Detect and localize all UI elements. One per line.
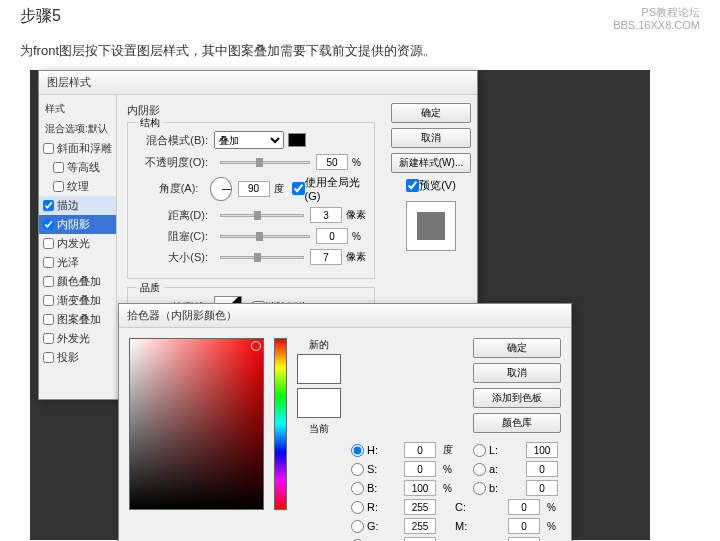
sidebar-item-4[interactable]: 内阴影	[39, 215, 116, 234]
b-input[interactable]	[404, 480, 436, 496]
ok-button[interactable]: 确定	[391, 103, 471, 123]
sidebar-item-checkbox-9[interactable]	[43, 314, 54, 325]
b2-radio[interactable]	[473, 482, 486, 495]
choke-input[interactable]	[316, 228, 348, 244]
step-description: 为front图层按下设置图层样式，其中图案叠加需要下载前文提供的资源。	[0, 32, 720, 70]
cp-cancel-button[interactable]: 取消	[473, 363, 561, 383]
section-title: 内阴影	[127, 103, 375, 118]
r-input[interactable]	[404, 499, 436, 515]
global-light-checkbox[interactable]	[292, 182, 305, 195]
angle-dial[interactable]	[210, 177, 231, 201]
opacity-input[interactable]	[316, 154, 348, 170]
sidebar-item-label-10: 外发光	[57, 331, 90, 346]
sidebar-item-0[interactable]: 斜面和浮雕	[39, 139, 116, 158]
sidebar-item-label-1: 等高线	[67, 160, 100, 175]
color-picker-dialog: 拾色器（内阴影颜色） 新的 当前 确定 取消 添加到色板 颜色库 H:度 L:	[118, 303, 572, 541]
layer-style-sidebar: 样式 混合选项:默认 斜面和浮雕等高线纹理描边内阴影内发光光泽颜色叠加渐变叠加图…	[39, 95, 117, 399]
add-swatch-button[interactable]: 添加到色板	[473, 388, 561, 408]
sidebar-item-checkbox-1[interactable]	[53, 162, 64, 173]
color-libs-button[interactable]: 颜色库	[473, 413, 561, 433]
sidebar-item-label-6: 光泽	[57, 255, 79, 270]
sidebar-item-10[interactable]: 外发光	[39, 329, 116, 348]
sidebar-item-2[interactable]: 纹理	[39, 177, 116, 196]
a-input[interactable]	[526, 461, 558, 477]
sidebar-item-label-7: 颜色叠加	[57, 274, 101, 289]
blend-mode-select[interactable]: 叠加	[214, 131, 284, 149]
sidebar-item-checkbox-4[interactable]	[43, 219, 54, 230]
sidebar-item-label-2: 纹理	[67, 179, 89, 194]
new-color-swatch	[297, 354, 341, 384]
size-unit: 像素	[346, 250, 366, 264]
sidebar-item-1[interactable]: 等高线	[39, 158, 116, 177]
cp-ok-button[interactable]: 确定	[473, 338, 561, 358]
sidebar-item-label-5: 内发光	[57, 236, 90, 251]
c-input[interactable]	[508, 499, 540, 515]
sidebar-item-label-9: 图案叠加	[57, 312, 101, 327]
step-title: 步骤5	[20, 6, 61, 32]
m-input[interactable]	[508, 518, 540, 534]
s-input[interactable]	[404, 461, 436, 477]
preview-box	[406, 201, 456, 251]
new-color-label: 新的	[297, 338, 341, 352]
h-input[interactable]	[404, 442, 436, 458]
group-structure-label: 结构	[136, 116, 164, 130]
bb-input[interactable]	[404, 537, 436, 541]
sidebar-item-checkbox-0[interactable]	[43, 143, 54, 154]
sidebar-item-checkbox-11[interactable]	[43, 352, 54, 363]
color-picker-titlebar[interactable]: 拾色器（内阴影颜色）	[119, 304, 571, 328]
sidebar-item-11[interactable]: 投影	[39, 348, 116, 367]
choke-slider[interactable]	[220, 235, 310, 238]
choke-unit: %	[352, 231, 361, 242]
sidebar-item-checkbox-2[interactable]	[53, 181, 64, 192]
l-radio[interactable]	[473, 444, 486, 457]
sidebar-header-styles[interactable]: 样式	[39, 99, 116, 119]
sidebar-item-8[interactable]: 渐变叠加	[39, 291, 116, 310]
watermark-line2: BBS.16XX8.COM	[613, 19, 700, 32]
r-radio[interactable]	[351, 501, 364, 514]
sidebar-item-checkbox-8[interactable]	[43, 295, 54, 306]
color-field[interactable]	[129, 338, 264, 510]
layer-style-titlebar[interactable]: 图层样式	[39, 71, 477, 95]
sidebar-item-6[interactable]: 光泽	[39, 253, 116, 272]
g-input[interactable]	[404, 518, 436, 534]
sidebar-item-5[interactable]: 内发光	[39, 234, 116, 253]
y-input[interactable]	[508, 537, 540, 541]
cancel-button[interactable]: 取消	[391, 128, 471, 148]
h-radio[interactable]	[351, 444, 364, 457]
angle-label: 角度(A):	[136, 181, 198, 196]
opacity-unit: %	[352, 157, 361, 168]
sidebar-item-3[interactable]: 描边	[39, 196, 116, 215]
sidebar-item-9[interactable]: 图案叠加	[39, 310, 116, 329]
sidebar-item-label-0: 斜面和浮雕	[57, 141, 112, 156]
shadow-color-swatch[interactable]	[288, 133, 306, 147]
sidebar-item-label-11: 投影	[57, 350, 79, 365]
angle-input[interactable]	[238, 181, 270, 197]
preview-label: 预览(V)	[419, 178, 456, 193]
screenshot-container: 图层样式 样式 混合选项:默认 斜面和浮雕等高线纹理描边内阴影内发光光泽颜色叠加…	[30, 70, 650, 540]
sidebar-item-checkbox-7[interactable]	[43, 276, 54, 287]
a-radio[interactable]	[473, 463, 486, 476]
sidebar-item-checkbox-10[interactable]	[43, 333, 54, 344]
hue-slider[interactable]	[274, 338, 287, 510]
sidebar-item-label-3: 描边	[57, 198, 79, 213]
b2-input[interactable]	[526, 480, 558, 496]
g-radio[interactable]	[351, 520, 364, 533]
sidebar-item-checkbox-3[interactable]	[43, 200, 54, 211]
distance-input[interactable]	[310, 207, 342, 223]
sidebar-item-7[interactable]: 颜色叠加	[39, 272, 116, 291]
blend-mode-label: 混合模式(B):	[136, 133, 208, 148]
sidebar-item-checkbox-5[interactable]	[43, 238, 54, 249]
sidebar-blend-options[interactable]: 混合选项:默认	[39, 119, 116, 139]
size-slider[interactable]	[220, 256, 304, 259]
opacity-label: 不透明度(O):	[136, 155, 208, 170]
size-input[interactable]	[310, 249, 342, 265]
current-color-swatch	[297, 388, 341, 418]
distance-slider[interactable]	[220, 214, 304, 217]
b-radio[interactable]	[351, 482, 364, 495]
opacity-slider[interactable]	[220, 161, 310, 164]
preview-checkbox[interactable]	[406, 179, 419, 192]
l-input[interactable]	[526, 442, 558, 458]
sidebar-item-checkbox-6[interactable]	[43, 257, 54, 268]
new-style-button[interactable]: 新建样式(W)...	[391, 153, 471, 173]
s-radio[interactable]	[351, 463, 364, 476]
